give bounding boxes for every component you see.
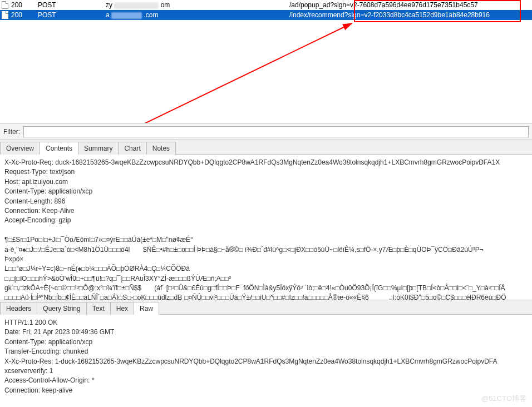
tab-overview[interactable]: Overview: [0, 142, 40, 155]
request-row[interactable]: 200 POST zy om /ad/popup_ad?sign=v2-7608…: [0, 0, 532, 10]
file-icon: [0, 1, 10, 9]
host: a .com: [105, 10, 288, 20]
tab-raw[interactable]: Raw: [134, 302, 159, 315]
status-code: 200: [10, 10, 37, 20]
tab-summary[interactable]: Summary: [78, 142, 119, 155]
tab-notes[interactable]: Notes: [146, 142, 176, 155]
bottom-tab-bar: Headers Query String Text Hex Raw: [0, 300, 532, 315]
top-tab-bar: Overview Contents Summary Chart Notes: [0, 140, 532, 155]
tab-contents[interactable]: Contents: [40, 142, 78, 155]
response-content[interactable]: HTTP/1.1 200 OK Date: Fri, 21 Apr 2023 0…: [0, 315, 532, 404]
tab-headers[interactable]: Headers: [0, 302, 37, 315]
tab-query-string[interactable]: Query String: [37, 302, 86, 315]
status-code: 200: [10, 0, 37, 10]
host: zy om: [105, 0, 288, 10]
request-content[interactable]: X-Xc-Proto-Req: duck-1682153265-3wqeKBzZ…: [0, 155, 532, 300]
tab-hex[interactable]: Hex: [110, 302, 134, 315]
path: /ad/popup_ad?sign=v2-7608d7a596d4ee976d1…: [288, 0, 532, 10]
file-icon: [0, 11, 10, 19]
tab-chart[interactable]: Chart: [118, 142, 146, 155]
filter-input[interactable]: [23, 126, 529, 137]
svg-line-0: [145, 23, 352, 123]
http-method: POST: [37, 0, 105, 10]
request-row-selected[interactable]: 200 POST a .com /index/recommend?sign=v2…: [0, 10, 532, 20]
filter-bar: Filter:: [0, 123, 532, 140]
tab-text[interactable]: Text: [86, 302, 111, 315]
filter-label: Filter:: [3, 128, 20, 136]
request-list[interactable]: 200 POST zy om /ad/popup_ad?sign=v2-7608…: [0, 0, 532, 123]
path: /index/recommend?sign=v2-f2033d8bc4ca515…: [288, 10, 532, 20]
http-method: POST: [37, 10, 105, 20]
